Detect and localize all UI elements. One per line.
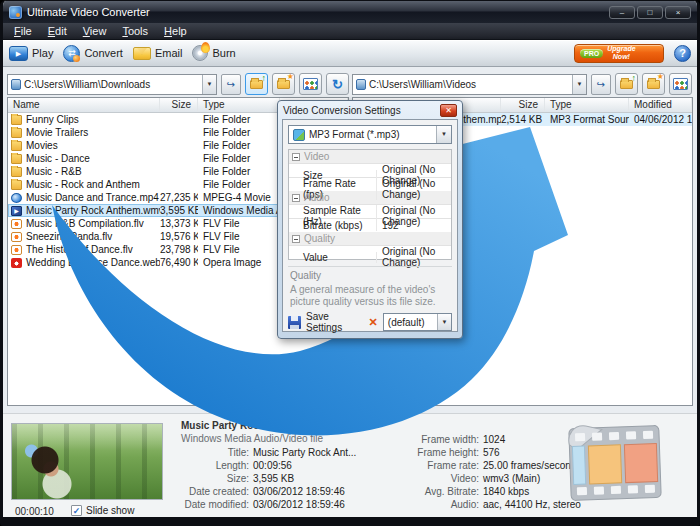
- menu-help[interactable]: Help: [157, 24, 194, 38]
- email-button[interactable]: Email: [133, 47, 183, 60]
- folder-icon: [11, 167, 22, 177]
- burn-button[interactable]: Burn: [192, 45, 235, 61]
- dialog-body: MP3 Format (*.mp3) ▼ Video Size Original…: [282, 119, 458, 332]
- preset-select[interactable]: (default) ▼: [383, 313, 452, 331]
- source-views-button[interactable]: [299, 73, 322, 95]
- setting-row-sample-rate: Sample Rate (Hz) Original (No Change): [289, 204, 451, 218]
- save-settings-button[interactable]: Save Settings: [306, 311, 364, 333]
- setting-row-bitrate: Bitrate (kbps) 192: [289, 218, 451, 232]
- views-grid-icon: [673, 78, 688, 90]
- destination-folder-jump-button[interactable]: ↪: [591, 74, 611, 95]
- source-folder-jump-button[interactable]: ↪: [221, 74, 241, 95]
- format-icon: [293, 129, 305, 141]
- collapse-icon[interactable]: [292, 194, 300, 202]
- save-icon[interactable]: [288, 316, 301, 329]
- folder-icon: [11, 141, 22, 151]
- views-grid-icon: [303, 78, 318, 90]
- maximize-button[interactable]: □: [637, 6, 663, 19]
- checkbox-check-icon[interactable]: ✓: [71, 505, 82, 516]
- folder-icon: [11, 154, 22, 164]
- up-arrow-icon: ↑: [262, 74, 267, 83]
- setting-description: Quality A general measure of the video's…: [288, 266, 452, 311]
- convert-icon: ⇄: [63, 45, 80, 62]
- menu-tools[interactable]: Tools: [115, 24, 155, 38]
- upgrade-pro-button[interactable]: PRO UpgradeNow!: [574, 44, 664, 63]
- source-refresh-button[interactable]: ↻: [326, 73, 349, 95]
- dialog-footer: Save Settings ✕ (default) ▼: [288, 311, 452, 333]
- dialog-title: Video Conversion Settings: [283, 105, 401, 116]
- format-dropdown-icon[interactable]: ▼: [436, 126, 451, 143]
- destination-path-combo[interactable]: C:\Users\William\Videos ▼: [352, 74, 587, 95]
- new-folder-star-icon: ★: [287, 73, 294, 81]
- menu-view[interactable]: View: [76, 24, 114, 38]
- preview-thumbnail[interactable]: [11, 423, 163, 500]
- collapse-icon[interactable]: [292, 153, 300, 161]
- column-header-type[interactable]: Type: [545, 98, 629, 112]
- app-logo-icon: [9, 6, 22, 19]
- slide-show-checkbox[interactable]: ✓ Slide show: [71, 505, 134, 516]
- destination-views-button[interactable]: [669, 73, 692, 95]
- window-title: Ultimate Video Converter: [27, 6, 150, 18]
- convert-button[interactable]: ⇄ Convert: [63, 45, 123, 62]
- description-title: Quality: [290, 270, 450, 282]
- description-text: A general measure of the video's picture…: [290, 284, 450, 308]
- minimize-button[interactable]: –: [609, 6, 635, 19]
- setting-row-quality-value: Value Original (No Change): [289, 245, 451, 259]
- source-path-value: C:\Users\William\Downloads: [24, 79, 202, 90]
- source-path-combo[interactable]: C:\Users\William\Downloads ▼: [7, 74, 217, 95]
- menu-edit[interactable]: Edit: [41, 24, 74, 38]
- destination-path-dropdown-icon[interactable]: ▼: [572, 75, 586, 94]
- column-header-type[interactable]: Type: [198, 98, 280, 112]
- destination-new-folder-button[interactable]: ★: [642, 73, 665, 95]
- mp4-file-icon: [11, 193, 22, 203]
- format-select[interactable]: MP3 Format (*.mp3) ▼: [288, 125, 452, 144]
- dialog-title-bar[interactable]: Video Conversion Settings ✕: [282, 101, 458, 119]
- column-header-modified[interactable]: Modified: [629, 98, 692, 112]
- flv-file-icon: [11, 245, 22, 255]
- new-folder-star-icon: ★: [657, 73, 664, 81]
- info-filename: Music Party Rock Anthem.wmv: [181, 420, 329, 431]
- file-info-panel: 00:00:10 ✓ Slide show Music Party Rock A…: [3, 413, 697, 517]
- source-path-dropdown-icon[interactable]: ▼: [202, 75, 216, 94]
- folder-icon: [11, 180, 22, 190]
- destination-path-bar: C:\Users\William\Videos ▼ ↪ ↑ ★: [352, 71, 693, 97]
- play-icon: ▶: [9, 46, 28, 61]
- delete-preset-icon[interactable]: ✕: [369, 316, 378, 329]
- preview-timestamp: 00:00:10: [15, 506, 54, 517]
- close-button[interactable]: ×: [665, 6, 691, 19]
- refresh-icon: ↻: [332, 77, 343, 92]
- dialog-close-button[interactable]: ✕: [440, 104, 457, 117]
- drive-icon: [11, 79, 21, 90]
- app-window: Ultimate Video Converter – □ × File Edit…: [0, 0, 700, 526]
- title-bar: Ultimate Video Converter – □ ×: [3, 1, 697, 23]
- email-icon: [133, 47, 151, 60]
- collapse-icon[interactable]: [292, 235, 300, 243]
- email-label: Email: [155, 47, 183, 59]
- preset-value: (default): [384, 317, 437, 328]
- preset-dropdown-icon[interactable]: ▼: [437, 314, 451, 330]
- info-right-fields: Frame width:1024 Frame height:576 Frame …: [403, 433, 581, 511]
- group-quality[interactable]: Quality: [289, 232, 451, 245]
- column-header-size[interactable]: Size: [160, 98, 198, 112]
- menu-file[interactable]: File: [7, 24, 39, 38]
- group-video[interactable]: Video: [289, 150, 451, 163]
- flv-file-icon: [11, 232, 22, 242]
- webm-file-icon: [11, 258, 22, 268]
- help-button[interactable]: ?: [674, 45, 691, 62]
- setting-row-size: Size Original (No Change): [289, 163, 451, 177]
- upgrade-label: UpgradeNow!: [607, 45, 635, 61]
- source-new-folder-button[interactable]: ★: [272, 73, 295, 95]
- convert-label: Convert: [84, 47, 123, 59]
- info-left-fields: Title:Music Party Rock Ant... Length:00:…: [181, 446, 356, 511]
- drive-icon: [356, 79, 366, 90]
- window-controls: – □ ×: [609, 6, 691, 19]
- setting-row-frame-rate: Frame Rate (fps) Original (No Change): [289, 177, 451, 191]
- destination-path-value: C:\Users\William\Videos: [369, 79, 572, 90]
- column-header-size[interactable]: Size: [501, 98, 545, 112]
- folder-icon: [11, 115, 22, 125]
- source-up-folder-button[interactable]: ↑: [245, 73, 268, 95]
- play-button[interactable]: ▶ Play: [9, 46, 53, 61]
- column-header-name[interactable]: Name: [8, 98, 160, 112]
- video-conversion-settings-dialog: Video Conversion Settings ✕ MP3 Format (…: [277, 100, 463, 339]
- destination-up-folder-button[interactable]: ↑: [615, 73, 638, 95]
